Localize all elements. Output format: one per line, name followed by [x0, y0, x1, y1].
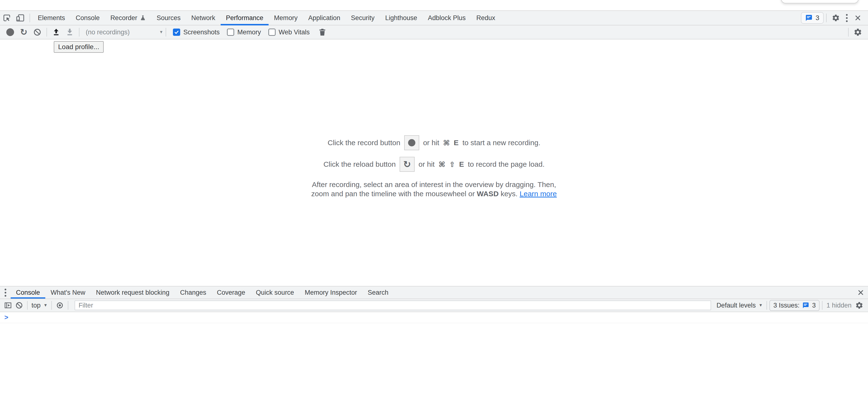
record-icon [408, 139, 415, 146]
save-profile-button[interactable] [63, 28, 76, 36]
clear-icon [33, 28, 41, 36]
tab-elements[interactable]: Elements [32, 11, 70, 25]
clear-console-button[interactable] [13, 302, 25, 309]
tab-recorder[interactable]: Recorder [105, 11, 151, 25]
checkbox-unchecked-icon [268, 29, 276, 36]
hint-text: to start a new recording. [462, 139, 540, 147]
hint-text: or hit [423, 139, 439, 147]
divider [848, 28, 848, 37]
hint-text: Click the record button [328, 139, 400, 147]
settings-button[interactable] [829, 14, 843, 22]
javascript-context-select[interactable]: top ▼ [31, 302, 48, 309]
tab-sources[interactable]: Sources [151, 11, 186, 25]
console-sidebar-icon [4, 301, 12, 309]
console-toolbar: top ▼ Default levels ▼ 3 Issues: [0, 299, 868, 312]
divider [826, 13, 827, 22]
drawer-tab-quick-source[interactable]: Quick source [251, 286, 300, 299]
tab-label: Recorder [111, 14, 137, 22]
checkbox-unchecked-icon [227, 29, 234, 36]
tab-security[interactable]: Security [346, 11, 380, 25]
record-icon [6, 28, 14, 36]
drawer-tab-memory-inspector[interactable]: Memory Inspector [299, 286, 362, 299]
reload-and-record-button[interactable]: ↻ [17, 28, 31, 37]
close-devtools-button[interactable] [851, 14, 865, 22]
hidden-messages-label: 1 hidden [826, 302, 851, 309]
capture-settings-button[interactable] [851, 28, 865, 37]
screenshots-checkbox[interactable]: Screenshots [173, 29, 220, 36]
log-levels-select[interactable]: Default levels ▼ [716, 302, 763, 309]
drawer-tabbar: Console What's New Network request block… [0, 286, 868, 299]
drawer: Console What's New Network request block… [0, 286, 868, 406]
drawer-tab-network-request-blocking[interactable]: Network request blocking [91, 286, 175, 299]
drawer-tab-label: Console [16, 289, 40, 296]
load-profile-tooltip: Load profile... [54, 41, 104, 53]
tab-console[interactable]: Console [70, 11, 105, 25]
garbage-collect-button[interactable] [316, 28, 329, 36]
tab-network[interactable]: Network [186, 11, 221, 25]
download-icon [66, 28, 74, 36]
drawer-tab-label: Changes [180, 289, 206, 296]
recordings-select[interactable]: (no recordings) ▼ [86, 29, 163, 36]
issues-count: 3 [815, 14, 819, 22]
drawer-tab-coverage[interactable]: Coverage [212, 286, 251, 299]
tab-application[interactable]: Application [303, 11, 346, 25]
drawer-tab-whats-new[interactable]: What's New [45, 286, 91, 299]
eye-icon [56, 302, 64, 309]
record-button-inline[interactable] [404, 135, 419, 150]
divider [822, 301, 823, 310]
tab-adblock-plus[interactable]: Adblock Plus [423, 11, 471, 25]
tab-label: Adblock Plus [428, 14, 466, 22]
close-drawer-button[interactable] [856, 286, 866, 299]
console-messages-area[interactable]: > [0, 312, 868, 406]
inspect-element-button[interactable] [0, 11, 13, 25]
trash-icon [318, 28, 326, 36]
drawer-tab-search[interactable]: Search [362, 286, 394, 299]
tabbar-right-controls: 3 [801, 11, 868, 25]
more-vert-icon [1, 289, 10, 297]
more-options-button[interactable] [843, 14, 851, 22]
memory-checkbox[interactable]: Memory [227, 29, 261, 36]
devtools-window: Elements Console Recorder Sources Networ… [0, 0, 868, 406]
console-filter-input[interactable] [74, 301, 711, 310]
performance-empty-state: Click the record button or hit ⌘ E to st… [0, 39, 868, 198]
checkbox-checked-icon [173, 29, 180, 36]
gear-icon [854, 28, 862, 37]
drawer-more-tools-button[interactable] [0, 286, 11, 299]
drawer-tab-console[interactable]: Console [11, 286, 45, 299]
issues-button[interactable]: 3 Issues: 3 [769, 300, 819, 311]
wasd-keys: WASD [477, 190, 499, 198]
drawer-tab-spacer [394, 286, 856, 299]
console-sidebar-button[interactable] [2, 301, 13, 309]
hint-line-1: After recording, select an area of inter… [311, 180, 557, 189]
live-expression-button[interactable] [54, 302, 65, 309]
upload-icon [52, 28, 60, 36]
chevron-down-icon: ▼ [43, 303, 48, 308]
tab-lighthouse[interactable]: Lighthouse [380, 11, 423, 25]
divider [79, 28, 80, 37]
usage-hint-paragraph: After recording, select an area of inter… [311, 180, 557, 198]
drawer-tab-changes[interactable]: Changes [175, 286, 211, 299]
device-toolbar-button[interactable] [13, 11, 27, 25]
reload-button-inline[interactable]: ↻ [400, 157, 414, 172]
issues-counter-button[interactable]: 3 [801, 12, 824, 24]
tab-performance[interactable]: Performance [221, 11, 269, 25]
checkbox-label: Web Vitals [279, 29, 310, 36]
tab-redux[interactable]: Redux [471, 11, 501, 25]
tab-memory[interactable]: Memory [269, 11, 303, 25]
drawer-tab-label: Search [368, 289, 389, 296]
tab-label: Sources [157, 14, 181, 22]
record-button[interactable] [3, 28, 17, 36]
console-prompt-row[interactable]: > [0, 312, 868, 323]
load-profile-button[interactable] [50, 28, 63, 36]
learn-more-link[interactable]: Learn more [520, 190, 557, 198]
web-vitals-checkbox[interactable]: Web Vitals [268, 29, 310, 36]
reload-icon: ↻ [20, 28, 27, 37]
divider [166, 28, 166, 37]
clear-button[interactable] [31, 28, 44, 36]
drawer-tab-label: Network request blocking [96, 289, 169, 296]
chevron-down-icon: ▼ [159, 30, 163, 35]
drawer-tab-label: What's New [51, 289, 85, 296]
console-settings-button[interactable] [853, 301, 866, 309]
reload-icon: ↻ [403, 160, 411, 169]
divider [46, 28, 47, 37]
